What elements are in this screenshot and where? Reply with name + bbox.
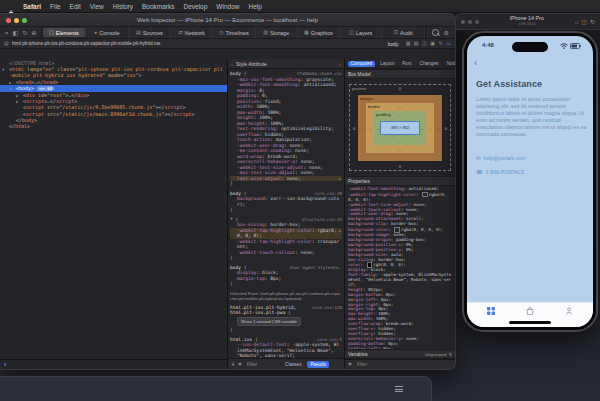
details-tab-computed[interactable]: Computed bbox=[348, 61, 375, 67]
inspector-titlebar[interactable]: Web Inspector — iPhone 14 Pro — Ecommerc… bbox=[0, 14, 455, 27]
navbar-tool-icon-2[interactable]: ◫ bbox=[422, 41, 427, 46]
selected-node-label[interactable]: body bbox=[388, 41, 399, 47]
rule-selector[interactable]: body bbox=[230, 71, 241, 76]
menu-item-file[interactable]: File bbox=[50, 3, 60, 10]
dom-node-html-close[interactable]: </html> bbox=[0, 123, 227, 129]
tab-layers-icon: ◫ bbox=[349, 30, 354, 35]
simulator-titlebar[interactable]: iPhone 14 Pro iOS 16.0 ⌂ ◫ ↻ bbox=[455, 13, 600, 30]
dom-tree[interactable]: <!DOCTYPE html>▼<html lang="en" class="p… bbox=[0, 59, 227, 360]
close-window-button[interactable] bbox=[461, 20, 465, 24]
dock-side-icon[interactable]: ◧ bbox=[13, 30, 19, 36]
css-property[interactable]: text-size-adjust: none;⚠ bbox=[230, 176, 342, 182]
search-icon[interactable] bbox=[432, 29, 439, 36]
navbar-tool-icon-4[interactable]: ✎ bbox=[439, 41, 443, 46]
style-rule-2: structure.css:19* {box-sizing: border-bo… bbox=[230, 217, 342, 261]
add-rule-icon[interactable]: + bbox=[231, 361, 235, 368]
breadcrumb[interactable]: html.plt-iphone.plt-ios.plt-cordova.plt-… bbox=[12, 41, 162, 46]
account-tab-icon[interactable] bbox=[565, 307, 573, 315]
dom-node-html-open[interactable]: ▼<html lang="en" class="plt-iphone plt-i… bbox=[0, 66, 227, 78]
box-model-header[interactable]: Box Model bbox=[345, 69, 455, 79]
forward-rule-icon[interactable]: › bbox=[339, 61, 341, 67]
tab-network-icon: ⇄ bbox=[178, 30, 182, 35]
element-picker-icon[interactable]: ⊕ bbox=[31, 30, 36, 36]
menu-item-bookmarks[interactable]: Bookmarks bbox=[142, 3, 175, 10]
computed-filter-input[interactable] bbox=[355, 361, 449, 368]
cart-tab-icon[interactable] bbox=[526, 307, 534, 315]
tab-elements[interactable]: ▢Elements bbox=[43, 28, 85, 37]
tab-sources[interactable]: ▤Sources bbox=[129, 27, 171, 38]
reload-page-icon[interactable]: ↻ bbox=[22, 30, 27, 36]
properties-header[interactable]: Properties bbox=[345, 176, 455, 186]
navbar-tool-icon-5[interactable]: ▭ bbox=[446, 41, 451, 46]
box-model-diagram[interactable]: position 0 0 0 0 margin – – – – border – bbox=[345, 79, 455, 176]
tab-network[interactable]: ⇄Network bbox=[171, 27, 213, 38]
gear-icon[interactable]: ⚙ bbox=[444, 30, 449, 36]
variables-header[interactable]: Variables Ungrouped ⇅ bbox=[345, 349, 455, 359]
details-tab-layout[interactable]: Layout bbox=[378, 61, 397, 67]
zoom-window-button[interactable] bbox=[475, 20, 479, 24]
screenshot-icon[interactable]: ◫ bbox=[581, 19, 587, 25]
tab-label: Storage bbox=[270, 30, 289, 36]
apple-logo-icon[interactable] bbox=[8, 3, 14, 10]
menu-item-view[interactable]: View bbox=[90, 3, 104, 10]
disclosure-arrow[interactable]: ▼ bbox=[2, 67, 4, 73]
tab-layers[interactable]: ◫Layers bbox=[340, 27, 382, 38]
stylesheet-source-link[interactable]: core.css:128 bbox=[312, 305, 342, 311]
details-tab-font[interactable]: Font bbox=[400, 61, 414, 67]
wifi-icon bbox=[560, 43, 568, 49]
tab-graphics[interactable]: ▦Graphics bbox=[298, 27, 340, 38]
menu-item-safari[interactable]: Safari bbox=[23, 3, 41, 10]
navbar-tool-icon-1[interactable]: ▧ bbox=[414, 41, 419, 46]
minimize-window-button[interactable] bbox=[468, 20, 472, 24]
navbar-tool-icon-3[interactable]: ▣ bbox=[430, 41, 435, 46]
dom-node-body-selected[interactable]: ▼<body>== $0 bbox=[0, 85, 227, 92]
phone-tab-bar bbox=[467, 302, 593, 327]
navbar-tool-icon-0[interactable]: ▦ bbox=[406, 41, 411, 46]
hamburger-menu-icon[interactable] bbox=[395, 386, 403, 394]
details-tab-node[interactable]: Node bbox=[444, 61, 456, 67]
phone-screen: 4:48 ‹ Get Assistance Lorem ipsum dolor … bbox=[467, 36, 593, 327]
tab-storage[interactable]: ▥Storage bbox=[256, 27, 298, 38]
styles-filter-input[interactable] bbox=[245, 361, 279, 368]
details-tab-changes[interactable]: Changes bbox=[417, 61, 441, 67]
css-property[interactable]: margin-top: 8px; bbox=[230, 276, 342, 282]
phone-link[interactable]: ☎ 1-800-PORTALS bbox=[476, 170, 524, 176]
back-button[interactable]: ‹ bbox=[474, 58, 477, 68]
menu-item-develop[interactable]: Develop bbox=[184, 3, 208, 10]
rule-selector[interactable]: body bbox=[230, 265, 241, 270]
pseudo-button[interactable]: Pseudo bbox=[307, 361, 329, 368]
show-unused-variables-button[interactable]: Show 1 unused CSS variable bbox=[237, 317, 301, 327]
computed-properties-list[interactable]: -webkit-font-smoothing: antialiased;-web… bbox=[345, 186, 455, 349]
classes-button[interactable]: Classes bbox=[282, 361, 304, 368]
css-property[interactable]: --ion-default-font: -apple-system, Blink… bbox=[230, 342, 342, 358]
quick-console-bar[interactable]: › bbox=[0, 359, 227, 369]
tab-timelines[interactable]: ◷Timelines bbox=[213, 27, 255, 38]
menu-item-edit[interactable]: Edit bbox=[70, 3, 81, 10]
menu-item-history[interactable]: History bbox=[113, 3, 133, 10]
css-property[interactable]: -webkit-tap-highlight-color: rgba(0, 0, … bbox=[230, 228, 342, 239]
css-property[interactable]: -webkit-touch-callout: none; bbox=[230, 250, 342, 256]
browse-tab-icon[interactable] bbox=[487, 307, 495, 315]
css-property[interactable]: background: var(--ion-background-color); bbox=[230, 196, 342, 207]
home-indicator[interactable] bbox=[509, 321, 551, 324]
warning-icon: ⚠ bbox=[338, 176, 341, 182]
back-rule-icon[interactable]: ‹ bbox=[231, 61, 233, 67]
rule-selector[interactable]: body bbox=[230, 191, 241, 196]
email-link[interactable]: ✉ help@portals.com bbox=[476, 156, 526, 162]
style-rules-list[interactable]: 4fa05b5a.chunk.cssbody {-moz-osx-font-sm… bbox=[228, 69, 344, 358]
tab-label: Timelines bbox=[225, 30, 248, 36]
background-window[interactable] bbox=[0, 376, 432, 401]
sort-icon: ⇅ bbox=[448, 352, 452, 357]
close-inspector-icon[interactable]: × bbox=[5, 30, 9, 36]
rule-selector[interactable]: html.ios bbox=[230, 337, 252, 342]
css-property[interactable]: -webkit-tap-highlight-color: transparent… bbox=[230, 239, 342, 250]
home-button-icon[interactable]: ⌂ bbox=[575, 19, 579, 25]
tab-console[interactable]: ▸Console bbox=[87, 27, 129, 38]
console-prompt-icon[interactable]: › bbox=[4, 361, 6, 368]
computed-property[interactable]: font-family: -apple-system, BlinkMacSyst… bbox=[348, 273, 455, 288]
variables-group-toggle[interactable]: Ungrouped ⇅ bbox=[425, 352, 452, 357]
menu-item-help[interactable]: Help bbox=[248, 3, 261, 10]
tab-audit[interactable]: ☑Audit bbox=[382, 27, 424, 38]
menu-item-window[interactable]: Window bbox=[216, 3, 239, 10]
rotate-device-icon[interactable]: ↻ bbox=[590, 19, 595, 25]
